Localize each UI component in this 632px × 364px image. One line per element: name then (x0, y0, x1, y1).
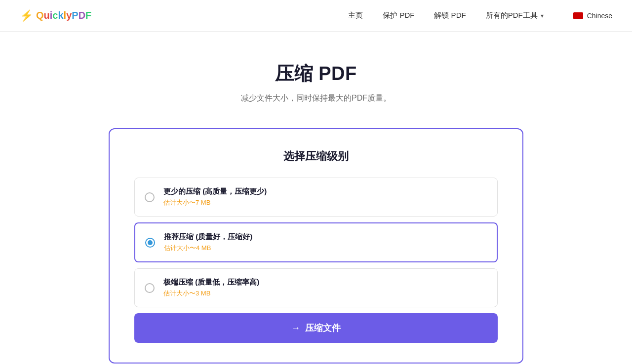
card-title: 选择压缩级别 (134, 149, 498, 164)
nav-tools[interactable]: 所有的PDF工具 ▾ (486, 11, 544, 20)
nav-protect[interactable]: 保护 PDF (383, 11, 414, 20)
chevron-down-icon: ▾ (541, 12, 544, 19)
option-extreme-label: 极端压缩 (质量低，压缩率高) (163, 278, 259, 287)
logo[interactable]: ⚡ QuicklyPDF (20, 9, 91, 22)
main-content: 压缩 PDF 减少文件大小，同时保持最大的PDF质量。 选择压缩级别 更少的压缩… (0, 32, 632, 364)
option-recommended-compression[interactable]: 推荐压缩 (质量好，压缩好) 估计大小〜4 MB (134, 222, 498, 262)
radio-low (145, 192, 155, 202)
option-extreme-content: 极端压缩 (质量低，压缩率高) 估计大小〜3 MB (163, 278, 259, 298)
radio-recommended-fill (148, 240, 153, 245)
flag-icon (573, 12, 583, 19)
language-selector[interactable]: Chinese (573, 12, 612, 20)
option-extreme-compression[interactable]: 极端压缩 (质量低，压缩率高) 估计大小〜3 MB (134, 268, 498, 307)
option-recommended-size: 估计大小〜4 MB (164, 244, 252, 253)
compression-card: 选择压缩级别 更少的压缩 (高质量，压缩更少) 估计大小〜7 MB 推荐压缩 (… (109, 128, 523, 364)
page-subtitle: 减少文件大小，同时保持最大的PDF质量。 (241, 93, 391, 104)
option-low-label: 更少的压缩 (高质量，压缩更少) (163, 187, 267, 196)
option-low-compression[interactable]: 更少的压缩 (高质量，压缩更少) 估计大小〜7 MB (134, 178, 498, 217)
logo-icon: ⚡ (20, 9, 33, 22)
radio-recommended (145, 238, 155, 248)
option-recommended-content: 推荐压缩 (质量好，压缩好) 估计大小〜4 MB (164, 232, 252, 253)
logo-text: QuicklyPDF (36, 10, 91, 21)
option-low-content: 更少的压缩 (高质量，压缩更少) 估计大小〜7 MB (163, 187, 267, 207)
page-title: 压缩 PDF (275, 61, 357, 86)
compress-button[interactable]: → 压缩文件 (134, 313, 498, 343)
option-extreme-size: 估计大小〜3 MB (163, 289, 259, 298)
navbar: ⚡ QuicklyPDF 主页 保护 PDF 解锁 PDF 所有的PDF工具 ▾… (0, 0, 632, 32)
nav-home[interactable]: 主页 (348, 11, 363, 20)
option-low-size: 估计大小〜7 MB (163, 198, 267, 207)
nav-unlock[interactable]: 解锁 PDF (434, 11, 466, 20)
arrow-icon: → (291, 323, 300, 333)
language-label: Chinese (587, 12, 612, 20)
nav-links: 主页 保护 PDF 解锁 PDF 所有的PDF工具 ▾ (348, 11, 543, 20)
option-recommended-label: 推荐压缩 (质量好，压缩好) (164, 232, 252, 242)
compress-button-label: 压缩文件 (305, 322, 341, 334)
nav-tools-label: 所有的PDF工具 (486, 11, 538, 20)
radio-extreme (145, 283, 155, 293)
